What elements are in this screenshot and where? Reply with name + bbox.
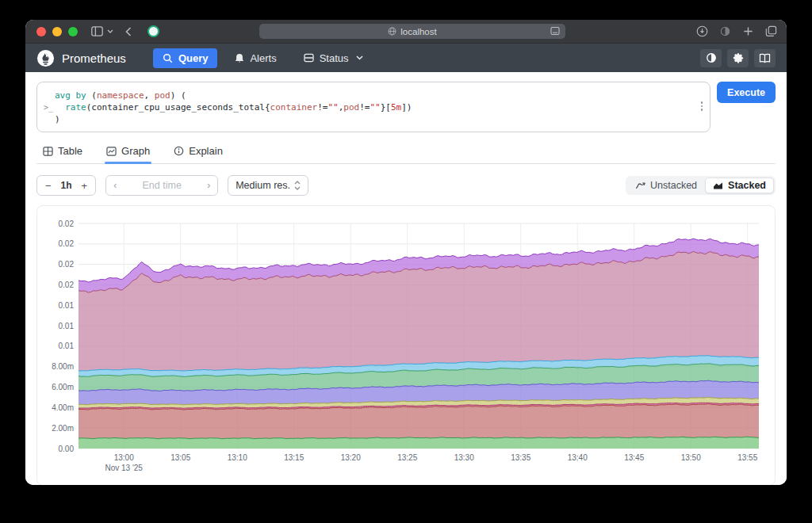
svg-text:0.01: 0.01: [59, 342, 75, 350]
unstacked-option[interactable]: Unstacked: [627, 178, 705, 193]
svg-text:0.00: 0.00: [59, 445, 75, 453]
end-time-placeholder: End time: [143, 180, 182, 191]
svg-text:0.01: 0.01: [59, 322, 75, 330]
svg-text:0.02: 0.02: [59, 281, 75, 289]
url-text: localhost: [400, 27, 436, 36]
resolution-value: Medium res.: [236, 180, 290, 191]
docs-book-button[interactable]: [754, 49, 776, 67]
site-info-icon[interactable]: [388, 27, 396, 36]
resolution-select[interactable]: Medium res.: [228, 175, 308, 196]
brand[interactable]: Prometheus: [36, 49, 126, 67]
query-options-kebab-icon[interactable]: [701, 100, 703, 113]
info-circle-icon: [174, 146, 184, 156]
query-code[interactable]: avg by (namespace, pod) ( rate(container…: [55, 90, 412, 125]
end-time-prev-button[interactable]: ‹: [113, 180, 117, 191]
settings-gear-button[interactable]: [727, 49, 749, 67]
address-bar[interactable]: localhost: [259, 24, 565, 39]
bell-icon: [235, 53, 244, 63]
svg-text:13:25: 13:25: [397, 453, 417, 462]
nav-item-query[interactable]: Query: [153, 48, 218, 68]
stacked-option[interactable]: Stacked: [705, 178, 774, 193]
svg-text:13:40: 13:40: [568, 453, 588, 462]
back-button[interactable]: [121, 24, 136, 40]
stacking-toggle: Unstacked Stacked: [626, 176, 776, 195]
traffic-lights: [36, 27, 78, 36]
svg-text:0.02: 0.02: [59, 260, 75, 269]
svg-text:13:10: 13:10: [228, 453, 247, 462]
tab-overview-button[interactable]: [763, 24, 779, 40]
graph-controls: − 1h + ‹ End time › Medium res.: [36, 175, 776, 196]
nav-item-alerts[interactable]: Alerts: [225, 48, 285, 68]
svg-text:13:20: 13:20: [341, 453, 361, 462]
svg-text:2.00m: 2.00m: [52, 424, 74, 433]
svg-text:0.01: 0.01: [59, 301, 75, 310]
minimize-button[interactable]: [52, 27, 62, 36]
browser-titlebar: localhost: [25, 20, 787, 44]
shield-icon[interactable]: [717, 24, 733, 40]
terminal-prompt-icon: >_: [44, 103, 53, 112]
theme-toggle-button[interactable]: [700, 49, 722, 67]
range-stepper: − 1h +: [36, 175, 96, 196]
svg-text:0.02: 0.02: [59, 220, 75, 228]
range-value[interactable]: 1h: [61, 180, 72, 191]
svg-text:13:50: 13:50: [681, 453, 701, 462]
select-carets-icon: [294, 181, 301, 190]
prometheus-logo-icon: [36, 49, 55, 67]
search-icon: [163, 53, 173, 63]
table-icon: [43, 147, 53, 156]
svg-text:13:35: 13:35: [511, 453, 530, 462]
line-chart-icon: [635, 181, 645, 189]
cpu-usage-chart[interactable]: 0.002.00m4.00m6.00m8.00m0.010.010.010.02…: [45, 214, 765, 477]
range-decrease-button[interactable]: −: [45, 180, 52, 192]
query-page: >_ avg by (namespace, pod) ( rate(contai…: [25, 72, 787, 485]
chevron-down-icon: [356, 55, 363, 60]
svg-text:13:30: 13:30: [454, 453, 474, 462]
svg-text:0.02: 0.02: [59, 239, 75, 248]
tab-table[interactable]: Table: [41, 142, 84, 163]
browser-window: localhost: [25, 20, 787, 485]
execute-button[interactable]: Execute: [717, 82, 776, 103]
svg-text:6.00m: 6.00m: [52, 383, 74, 391]
reader-mode-icon[interactable]: [550, 26, 560, 37]
range-increase-button[interactable]: +: [82, 180, 88, 192]
zoom-button[interactable]: [68, 27, 78, 36]
new-tab-button[interactable]: [740, 24, 756, 40]
svg-text:8.00m: 8.00m: [52, 362, 74, 371]
status-icon: [304, 53, 314, 63]
sidebar-icon[interactable]: [89, 24, 105, 40]
brand-label: Prometheus: [62, 52, 126, 65]
graph-panel: 0.002.00m4.00m6.00m8.00m0.010.010.010.02…: [36, 205, 776, 485]
svg-text:13:15: 13:15: [284, 453, 304, 462]
nav-item-status[interactable]: Status: [294, 48, 373, 68]
svg-text:13:45: 13:45: [624, 453, 644, 462]
svg-text:Nov 13 '25: Nov 13 '25: [105, 464, 143, 472]
prometheus-navbar: Prometheus Query Alerts Status: [25, 44, 787, 72]
downloads-icon[interactable]: [694, 24, 710, 40]
svg-text:13:00: 13:00: [114, 453, 134, 462]
svg-text:4.00m: 4.00m: [52, 403, 74, 412]
end-time-next-button[interactable]: ›: [207, 180, 210, 191]
graph-icon: [106, 147, 117, 156]
end-time-picker[interactable]: ‹ End time ›: [105, 175, 218, 196]
extension-icon[interactable]: [147, 25, 159, 37]
svg-text:13:05: 13:05: [170, 453, 190, 462]
svg-text:13:55: 13:55: [737, 453, 757, 462]
tab-graph[interactable]: Graph: [105, 142, 151, 163]
area-chart-icon: [713, 181, 723, 189]
result-tabs: Table Graph Explain: [36, 142, 776, 164]
chevron-down-icon[interactable]: [106, 24, 114, 40]
tab-explain[interactable]: Explain: [172, 142, 224, 163]
query-editor[interactable]: >_ avg by (namespace, pod) ( rate(contai…: [36, 82, 710, 132]
close-button[interactable]: [36, 27, 46, 36]
